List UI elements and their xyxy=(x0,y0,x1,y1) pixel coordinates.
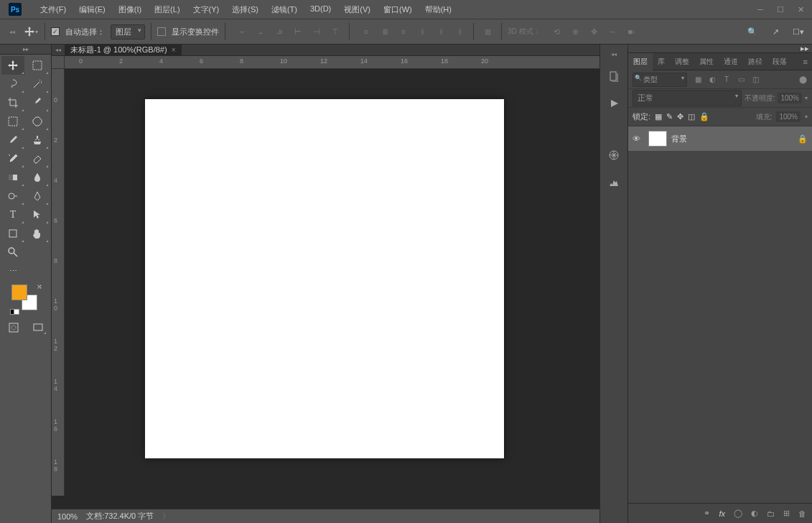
default-colors-icon[interactable] xyxy=(10,307,19,316)
auto-select-checkbox[interactable]: ✓ xyxy=(51,27,60,36)
dist-left-icon[interactable]: ⦀ xyxy=(414,24,430,40)
dist-bottom-icon[interactable]: ≡ xyxy=(396,24,411,40)
align-right-icon[interactable]: ⊤ xyxy=(327,24,343,40)
tab-adjustments[interactable]: 调整 xyxy=(670,53,694,70)
layer-filter-type[interactable]: 类型 xyxy=(633,73,687,87)
dist-vcenter-icon[interactable]: ≣ xyxy=(377,24,393,40)
hand-tool[interactable] xyxy=(26,224,49,243)
layer-thumbnail[interactable] xyxy=(648,131,667,147)
layer-row[interactable]: 👁 背景 🔒 xyxy=(628,126,812,151)
tools-collapse[interactable]: ▸▸ xyxy=(0,45,51,55)
doc-info-arrow-icon[interactable]: 〉 xyxy=(162,511,170,522)
shape-tool[interactable] xyxy=(1,224,24,243)
doc-info[interactable]: 文档:732.4K/0 字节 xyxy=(86,511,154,522)
slide3d-icon[interactable]: ↔ xyxy=(605,24,621,40)
lock-all-icon[interactable]: 🔒 xyxy=(699,112,709,121)
share-icon[interactable]: ↗ xyxy=(767,24,783,40)
navigator-panel-icon[interactable] xyxy=(605,147,622,164)
menu-help[interactable]: 帮助(H) xyxy=(419,1,457,18)
new-group-icon[interactable]: 🗀 xyxy=(767,509,775,518)
new-fill-icon[interactable]: ◐ xyxy=(751,509,758,518)
link-layers-icon[interactable]: ⚭ xyxy=(704,509,710,518)
close-tab-icon[interactable]: × xyxy=(172,46,176,54)
align-hcenter-icon[interactable]: ⊣ xyxy=(309,24,325,40)
menu-window[interactable]: 窗口(W) xyxy=(378,1,418,18)
dist-hcenter-icon[interactable]: ⦀ xyxy=(433,24,449,40)
visibility-icon[interactable]: 👁 xyxy=(633,134,644,143)
doc-tabs-handle[interactable]: ◂◂ xyxy=(53,45,63,55)
new-layer-icon[interactable]: ⊞ xyxy=(783,509,790,518)
canvas-viewport[interactable]: 02468101214161820 024681 01 21 41 61 8 xyxy=(52,56,599,509)
zoom3d-icon[interactable]: ■‹ xyxy=(624,24,640,40)
swap-colors-icon[interactable]: ⤭ xyxy=(37,283,42,290)
actions-panel-icon[interactable] xyxy=(605,95,622,112)
filter-smart-icon[interactable]: ◫ xyxy=(750,75,760,85)
lock-position-icon[interactable]: ✥ xyxy=(677,112,683,121)
align-vcenter-icon[interactable]: ⫠ xyxy=(253,24,269,40)
pan3d-icon[interactable]: ✥ xyxy=(587,24,602,40)
menu-image[interactable]: 图像(I) xyxy=(113,1,147,18)
show-transform-checkbox[interactable] xyxy=(157,27,166,36)
filter-adjust-icon[interactable]: ◐ xyxy=(707,75,717,85)
tab-paragraph[interactable]: 段落 xyxy=(767,53,792,70)
tab-properties[interactable]: 属性 xyxy=(694,53,719,70)
tab-libraries[interactable]: 库 xyxy=(653,53,670,70)
magic-wand-tool[interactable] xyxy=(26,75,49,93)
pen-tool[interactable] xyxy=(26,187,49,205)
filter-toggle-icon[interactable]: ⬤ xyxy=(798,75,808,85)
menu-layer[interactable]: 图层(L) xyxy=(149,1,185,18)
align-top-icon[interactable]: ⫟ xyxy=(234,24,250,40)
history-brush-tool[interactable] xyxy=(1,149,24,168)
frame-tool[interactable] xyxy=(1,112,24,131)
dist-right-icon[interactable]: ⦀ xyxy=(452,24,467,40)
path-select-tool[interactable] xyxy=(26,205,49,224)
layer-mask-icon[interactable]: ◯ xyxy=(734,509,742,518)
history-panel-icon[interactable] xyxy=(605,68,622,85)
menu-3d[interactable]: 3D(D) xyxy=(304,1,337,18)
type-tool[interactable]: T xyxy=(1,205,24,224)
auto-align-icon[interactable]: ⊞ xyxy=(480,24,495,40)
options-collapse-left[interactable]: ◂◂ xyxy=(7,27,17,37)
search-icon[interactable]: 🔍 xyxy=(745,24,760,40)
eyedropper-tool[interactable] xyxy=(26,93,49,112)
delete-layer-icon[interactable]: 🗑 xyxy=(798,509,806,518)
opacity-value[interactable]: 100% xyxy=(778,93,802,103)
tab-paths[interactable]: 路径 xyxy=(743,53,767,70)
brush-tool[interactable] xyxy=(1,131,24,149)
right-panel-collapse[interactable]: ▸▸ xyxy=(628,45,812,53)
roll3d-icon[interactable]: ⊕ xyxy=(568,24,584,40)
workspace-switch-icon[interactable]: ☐▾ xyxy=(790,24,806,40)
lasso-tool[interactable] xyxy=(1,75,24,93)
menu-type[interactable]: 文字(Y) xyxy=(187,1,225,18)
close-button[interactable]: ✕ xyxy=(792,3,809,16)
filter-shape-icon[interactable]: ▭ xyxy=(736,75,746,85)
orbit3d-icon[interactable]: ⟲ xyxy=(549,24,565,40)
gradient-tool[interactable] xyxy=(1,168,24,187)
quick-mask-icon[interactable] xyxy=(5,320,22,335)
tab-channels[interactable]: 通道 xyxy=(719,53,743,70)
auto-select-dropdown[interactable]: 图层 xyxy=(111,24,145,40)
align-left-icon[interactable]: ⊢ xyxy=(290,24,306,40)
filter-type-icon[interactable]: T xyxy=(722,75,732,85)
layer-locked-icon[interactable]: 🔒 xyxy=(798,134,808,144)
edit-toolbar[interactable]: ⋯ xyxy=(1,262,24,280)
dist-top-icon[interactable]: ≡ xyxy=(358,24,374,40)
lock-artboard-icon[interactable]: ◫ xyxy=(688,112,695,121)
blend-mode-select[interactable]: 正常 xyxy=(633,90,742,106)
align-bottom-icon[interactable]: ⫡ xyxy=(271,24,287,40)
blur-tool[interactable] xyxy=(26,168,49,187)
foreground-color[interactable] xyxy=(11,284,27,300)
tab-layers[interactable]: 图层 xyxy=(628,53,653,70)
clone-stamp-tool[interactable] xyxy=(26,131,49,149)
document-tab[interactable]: 未标题-1 @ 100%(RGB/8#) × xyxy=(65,45,182,56)
collapsed-panel-expand[interactable]: ◂◂ xyxy=(600,50,627,57)
minimize-button[interactable]: ─ xyxy=(752,3,769,16)
lock-image-icon[interactable]: ✎ xyxy=(666,112,673,121)
layer-name[interactable]: 背景 xyxy=(671,134,793,144)
histogram-panel-icon[interactable] xyxy=(605,174,622,191)
menu-file[interactable]: 文件(F) xyxy=(34,1,72,18)
maximize-button[interactable]: ☐ xyxy=(772,3,789,16)
layer-style-icon[interactable]: fx xyxy=(719,509,725,518)
menu-edit[interactable]: 编辑(E) xyxy=(73,1,111,18)
zoom-tool[interactable] xyxy=(1,243,24,262)
